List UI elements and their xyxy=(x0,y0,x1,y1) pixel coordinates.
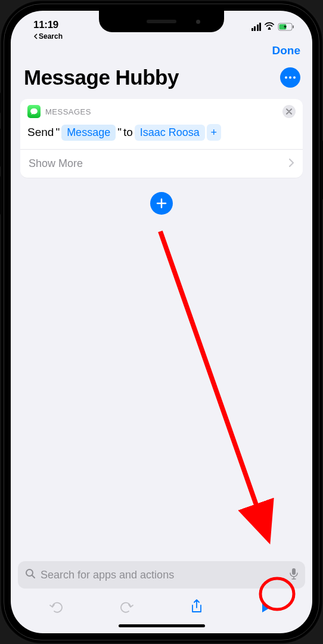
action-card: MESSAGES Send " Message " to Isaac Roosa… xyxy=(20,99,303,178)
remove-action-button[interactable] xyxy=(282,105,296,118)
page-title: Message Hubby xyxy=(24,66,179,89)
add-action-button[interactable] xyxy=(150,192,173,215)
search-bar[interactable]: Search for apps and actions xyxy=(18,561,305,589)
recipient-token[interactable]: Isaac Roosa xyxy=(135,125,205,141)
share-button[interactable] xyxy=(184,599,210,615)
show-more-row[interactable]: Show More xyxy=(20,149,303,178)
add-recipient-button[interactable]: + xyxy=(207,124,221,141)
bottom-toolbar xyxy=(11,592,312,618)
more-button[interactable] xyxy=(280,67,300,88)
home-indicator[interactable] xyxy=(119,624,205,627)
action-body[interactable]: Send " Message " to Isaac Roosa + xyxy=(20,120,303,149)
svg-point-0 xyxy=(269,27,271,29)
app-name-label: MESSAGES xyxy=(45,107,278,116)
play-button[interactable] xyxy=(253,600,279,614)
done-button[interactable]: Done xyxy=(272,44,301,57)
search-icon xyxy=(25,568,36,581)
microphone-icon[interactable] xyxy=(290,568,298,582)
signal-icon xyxy=(251,23,262,31)
redo-button[interactable] xyxy=(113,600,139,614)
undo-button[interactable] xyxy=(44,600,70,614)
status-time: 11:19 xyxy=(33,19,63,31)
svg-rect-5 xyxy=(292,568,296,575)
messages-app-icon xyxy=(27,105,41,118)
wifi-icon xyxy=(264,21,275,33)
message-token[interactable]: Message xyxy=(61,125,116,141)
battery-icon xyxy=(278,23,294,31)
search-input[interactable]: Search for apps and actions xyxy=(41,569,285,581)
chevron-right-icon xyxy=(288,157,294,171)
svg-rect-2 xyxy=(293,26,294,29)
